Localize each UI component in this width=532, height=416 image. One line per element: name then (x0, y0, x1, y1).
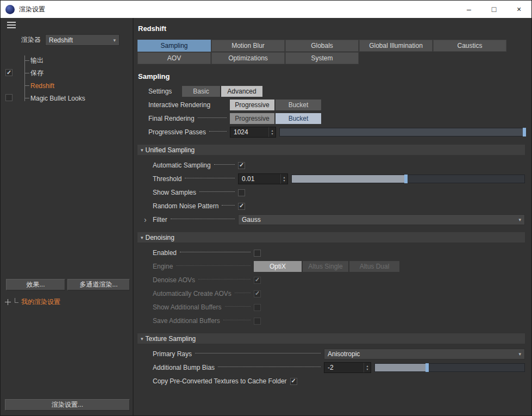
minimize-button[interactable]: – (456, 1, 481, 18)
filter-value: Gauss (242, 216, 261, 223)
app-icon (5, 5, 15, 14)
effects-button[interactable]: 效果... (6, 279, 65, 290)
save-checkbox[interactable]: ✓ (5, 69, 12, 76)
window-title: 渲染设置 (19, 5, 45, 14)
additional-bump-bias-spinner[interactable]: -2 ▴▾ (324, 362, 371, 373)
section-title: Sampling (138, 72, 525, 80)
check-icon: ✓ (291, 378, 296, 384)
denoising-enabled-checkbox[interactable]: ✓ (254, 250, 261, 257)
page-title: Redshift (138, 24, 525, 33)
advanced-button[interactable]: Advanced (221, 86, 262, 97)
random-noise-pattern-checkbox[interactable]: ✓ (238, 203, 245, 210)
tab-globals[interactable]: Globals (285, 40, 359, 52)
dotted-leader (218, 367, 321, 367)
basic-button[interactable]: Basic (182, 86, 220, 97)
interactive-rendering-row: Interactive Rendering Progressive Bucket (137, 99, 525, 111)
sidebar: 渲染器 Redshift ▾ 输出 ✓ 保存 (1, 18, 134, 415)
tree-item-save[interactable]: ✓ 保存 (1, 67, 133, 79)
additional-bump-bias-slider[interactable] (374, 363, 525, 372)
denoising-section-header[interactable]: ▾ Denoising (137, 232, 525, 243)
unified-sampling-section-header[interactable]: ▾ Unified Sampling (137, 145, 525, 155)
denoise-aovs-checkbox[interactable]: ✓ (254, 277, 261, 284)
render-settings-button[interactable]: 渲染设置... (5, 399, 130, 411)
tree-item-output[interactable]: 输出 (1, 54, 133, 67)
tree-item-magic-bullet-looks[interactable]: ✓ Magic Bullet Looks (1, 92, 133, 104)
tab-global-illumination[interactable]: Global Illumination (359, 40, 433, 52)
engine-optix-button[interactable]: OptiX (254, 261, 302, 272)
final-rendering-label: Final Rendering (148, 115, 195, 122)
threshold-row: Threshold 0.01 ▴▾ (137, 173, 525, 185)
chevron-down-icon: ▾ (518, 217, 521, 222)
engine-altus-single-button[interactable]: Altus Single (303, 261, 348, 272)
primary-rays-dropdown[interactable]: Anisotropic ▾ (324, 349, 525, 359)
automatic-sampling-checkbox[interactable]: ✓ (238, 162, 245, 169)
preset-icon (5, 299, 11, 305)
final-rendering-row: Final Rendering Progressive Bucket (137, 113, 525, 125)
threshold-slider[interactable] (291, 175, 525, 183)
slider-handle[interactable] (425, 363, 429, 372)
final-bucket-button[interactable]: Bucket (276, 113, 321, 124)
tab-motion-blur[interactable]: Motion Blur (211, 40, 285, 52)
dotted-leader (235, 293, 251, 293)
dotted-leader (209, 131, 227, 132)
expand-right-icon[interactable]: › (143, 216, 153, 223)
slider-handle[interactable] (404, 175, 408, 183)
magic-bullet-checkbox[interactable]: ✓ (5, 94, 12, 101)
render-settings-window: 渲染设置 – □ × 渲染器 Redshift ▾ (0, 0, 532, 416)
engine-altus-dual-button[interactable]: Altus Dual (349, 261, 399, 272)
save-additional-buffers-checkbox[interactable]: ✓ (254, 318, 261, 325)
copy-preconverted-checkbox[interactable]: ✓ (290, 378, 297, 385)
spinner-arrows-icon[interactable]: ▴▾ (268, 127, 276, 137)
threshold-spinner[interactable]: 0.01 ▴▾ (238, 173, 288, 184)
slider-handle[interactable] (523, 128, 526, 136)
maximize-button[interactable]: □ (481, 1, 506, 18)
renderer-dropdown[interactable]: Redshift ▾ (45, 34, 120, 46)
chevron-down-icon: ▾ (518, 351, 521, 357)
final-progressive-button[interactable]: Progressive (230, 113, 274, 124)
additional-bump-bias-value: -2 (324, 364, 364, 371)
show-samples-row: Show Samples ✓ (137, 187, 525, 198)
dotted-leader (185, 178, 235, 178)
interactive-bucket-button[interactable]: Bucket (276, 100, 321, 110)
tab-sampling[interactable]: Sampling (137, 40, 211, 52)
interactive-progressive-button[interactable]: Progressive (230, 100, 274, 110)
tree-item-redshift[interactable]: Redshift (1, 79, 133, 92)
tab-caustics[interactable]: Caustics (433, 40, 506, 52)
preset-item[interactable]: 我的渲染设置 (5, 297, 133, 307)
auto-create-aovs-checkbox[interactable]: ✓ (254, 290, 261, 297)
progressive-passes-slider[interactable] (279, 128, 525, 136)
primary-rays-value: Anisotropic (328, 350, 360, 358)
tab-optimizations[interactable]: Optimizations (211, 52, 285, 64)
tree-elbow (15, 298, 18, 303)
spinner-arrows-icon[interactable]: ▴▾ (280, 174, 287, 184)
tab-row-1: Sampling Motion Blur Globals Global Illu… (137, 40, 525, 52)
close-button[interactable]: × (506, 1, 531, 18)
texture-sampling-section-header[interactable]: ▾ Texture Sampling (137, 333, 525, 344)
spinner-arrows-icon[interactable]: ▴▾ (364, 363, 371, 372)
tree-branch (24, 98, 29, 98)
denoise-aovs-row: Denoise AOVs ✓ (137, 274, 525, 286)
dotted-leader (176, 265, 251, 266)
engine-row: Engine OptiX Altus Single Altus Dual (137, 260, 525, 272)
threshold-value: 0.01 (239, 175, 280, 183)
collapse-triangle-icon: ▾ (141, 235, 143, 240)
chevron-down-icon: ▾ (113, 38, 116, 43)
dotted-leader (223, 320, 251, 320)
progressive-passes-label: Progressive Passes (148, 128, 206, 136)
collapse-triangle-icon: ▾ (141, 336, 143, 342)
tab-aov[interactable]: AOV (137, 52, 211, 64)
filter-dropdown[interactable]: Gauss ▾ (238, 214, 525, 225)
multipass-button[interactable]: 多通道渲染... (67, 279, 130, 290)
dotted-leader (180, 252, 251, 252)
tab-system[interactable]: System (285, 52, 359, 64)
tree-branch (24, 85, 29, 86)
dotted-leader (222, 205, 235, 206)
show-samples-checkbox[interactable]: ✓ (238, 189, 245, 196)
progressive-passes-spinner[interactable]: 1024 ▴▾ (230, 127, 276, 138)
interactive-rendering-label: Interactive Rendering (148, 101, 210, 109)
show-additional-buffers-checkbox[interactable]: ✓ (254, 304, 261, 311)
titlebar: 渲染设置 – □ × (1, 1, 531, 18)
menu-icon[interactable] (7, 24, 16, 26)
renderer-label: 渲染器 (21, 35, 41, 45)
dotted-leader (195, 353, 321, 353)
